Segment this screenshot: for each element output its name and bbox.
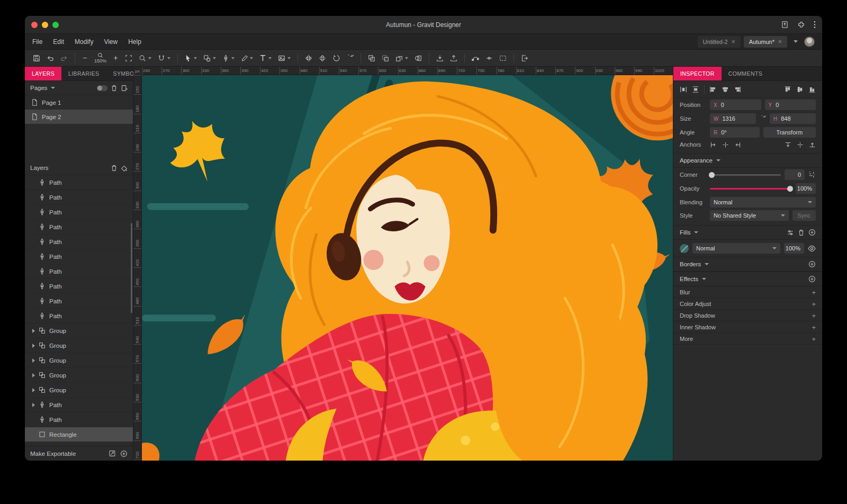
snap-caret-icon[interactable] — [167, 57, 170, 59]
user-avatar[interactable] — [804, 37, 815, 47]
pages-chevron-icon[interactable] — [51, 87, 55, 89]
knife-tool-button[interactable] — [238, 52, 256, 64]
add-fill-icon[interactable] — [808, 229, 816, 236]
zoom-in-button[interactable] — [110, 53, 121, 63]
disclosure-triangle-icon[interactable] — [32, 403, 35, 407]
fit-screen-button[interactable] — [122, 52, 135, 64]
arrange-caret-icon[interactable] — [405, 57, 408, 59]
effects-header[interactable]: Effects — [673, 272, 822, 286]
image-tool-caret-icon[interactable] — [287, 57, 291, 59]
inspector-tab[interactable]: INSPECTOR — [673, 67, 722, 80]
export-size-icon[interactable] — [109, 450, 116, 457]
add-effect-plus-icon[interactable] — [812, 334, 816, 344]
add-effect-plus-icon[interactable] — [812, 322, 816, 332]
import-button[interactable] — [434, 52, 446, 64]
exit-presentation-button[interactable] — [518, 52, 531, 64]
menu-item[interactable]: File — [32, 38, 42, 46]
angle-field[interactable]: R0° — [710, 127, 760, 138]
zoom-tool-caret-icon[interactable] — [148, 57, 151, 59]
opacity-value-field[interactable]: 100% — [796, 183, 816, 194]
corner-options-icon[interactable] — [808, 171, 816, 178]
effect-row[interactable]: More — [673, 333, 822, 345]
borders-chevron-icon[interactable] — [705, 263, 709, 265]
distribute-horizontal-icon[interactable] — [680, 86, 687, 93]
disclosure-triangle-icon[interactable] — [32, 358, 35, 363]
anchor-left-icon[interactable] — [710, 141, 717, 148]
marquee-select-button[interactable] — [497, 52, 509, 64]
undo-button[interactable] — [44, 52, 57, 64]
extensions-icon[interactable] — [797, 21, 805, 29]
delete-page-icon[interactable] — [111, 85, 118, 92]
fill-options-icon[interactable] — [787, 229, 794, 236]
transform-button[interactable]: Transform — [763, 127, 816, 138]
add-page-icon[interactable] — [121, 85, 128, 92]
opacity-slider[interactable] — [710, 188, 792, 190]
shape-tool-button[interactable] — [201, 52, 219, 64]
layer-row[interactable]: Group — [25, 383, 133, 398]
layer-row[interactable]: Path — [25, 249, 133, 264]
menu-item[interactable]: View — [104, 38, 118, 46]
layer-row[interactable]: Path — [25, 264, 133, 279]
effect-row[interactable]: Blur — [673, 286, 822, 298]
effect-row[interactable]: Color Adjust — [673, 298, 822, 310]
layer-row[interactable]: Path — [25, 279, 133, 294]
inspector-tab[interactable]: COMMENTS — [722, 67, 769, 80]
fill-opacity-field[interactable]: 100% — [784, 243, 804, 254]
artboard[interactable] — [142, 75, 673, 461]
pages-toggle[interactable] — [97, 85, 107, 91]
layer-row[interactable]: Path — [25, 398, 133, 412]
make-exportable-row[interactable]: Make Exportable — [25, 446, 133, 461]
canvas-area[interactable]: px 2402703003303603904204504805105405706… — [133, 67, 673, 461]
fills-chevron-icon[interactable] — [694, 231, 698, 233]
layer-row[interactable]: Path — [25, 412, 133, 427]
zoom-tool-button[interactable] — [136, 52, 154, 64]
disclosure-triangle-icon[interactable] — [32, 344, 35, 348]
share-document-icon[interactable] — [781, 21, 789, 29]
align-right-icon[interactable] — [734, 86, 741, 93]
corner-slider[interactable] — [710, 174, 781, 176]
page-row[interactable]: Page 1 — [25, 95, 133, 110]
size-h-field[interactable]: H848 — [770, 113, 816, 124]
add-border-icon[interactable] — [808, 260, 816, 268]
layer-row[interactable]: Path — [25, 294, 133, 309]
mask-button[interactable] — [412, 52, 425, 64]
delete-fill-icon[interactable] — [798, 229, 805, 236]
fill-blend-select[interactable]: Normal — [692, 243, 780, 254]
fill-visibility-icon[interactable] — [808, 245, 816, 252]
layer-style-icon[interactable] — [121, 165, 128, 172]
corner-value-field[interactable]: 0 — [785, 169, 805, 180]
menu-item[interactable]: Help — [128, 38, 141, 46]
pen-tool-caret-icon[interactable] — [231, 57, 235, 59]
align-bottom-icon[interactable] — [808, 86, 816, 93]
layer-row[interactable]: Rectangle — [25, 427, 133, 442]
pointer-tool-caret-icon[interactable] — [194, 57, 197, 59]
shape-tool-caret-icon[interactable] — [213, 57, 216, 59]
sync-style-button[interactable]: Sync — [792, 210, 816, 221]
close-tab-icon[interactable] — [732, 38, 735, 46]
shared-style-select[interactable]: No Shared Style — [710, 210, 789, 221]
anchor-right-icon[interactable] — [734, 141, 741, 148]
text-tool-caret-icon[interactable] — [268, 57, 272, 59]
add-effect-plus-icon[interactable] — [812, 299, 816, 309]
layer-row[interactable]: Group — [25, 353, 133, 368]
knife-tool-caret-icon[interactable] — [250, 57, 253, 59]
pen-tool-button[interactable] — [220, 52, 237, 64]
layer-row[interactable]: Path — [25, 235, 133, 249]
add-effect-plus-icon[interactable] — [812, 287, 816, 297]
page-row[interactable]: Page 2 — [25, 110, 133, 124]
close-window-button[interactable] — [31, 22, 38, 28]
appearance-header[interactable]: Appearance — [673, 153, 822, 168]
link-dimensions-icon[interactable] — [760, 115, 766, 122]
document-tab[interactable]: Autumun* — [744, 36, 787, 48]
layer-row[interactable]: Path — [25, 190, 133, 205]
image-tool-button[interactable] — [275, 52, 293, 64]
fill-color-swatch[interactable] — [680, 244, 689, 253]
layer-row[interactable]: Path — [25, 175, 133, 190]
anchor-convert-button[interactable] — [483, 52, 495, 64]
delete-layer-icon[interactable] — [111, 165, 118, 172]
position-x-field[interactable]: X0 — [710, 100, 761, 110]
add-effect-icon[interactable] — [808, 275, 816, 283]
borders-header[interactable]: Borders — [673, 257, 822, 272]
document-tab[interactable]: Untitled-2 — [698, 36, 741, 48]
layer-row[interactable]: Path — [25, 309, 133, 323]
